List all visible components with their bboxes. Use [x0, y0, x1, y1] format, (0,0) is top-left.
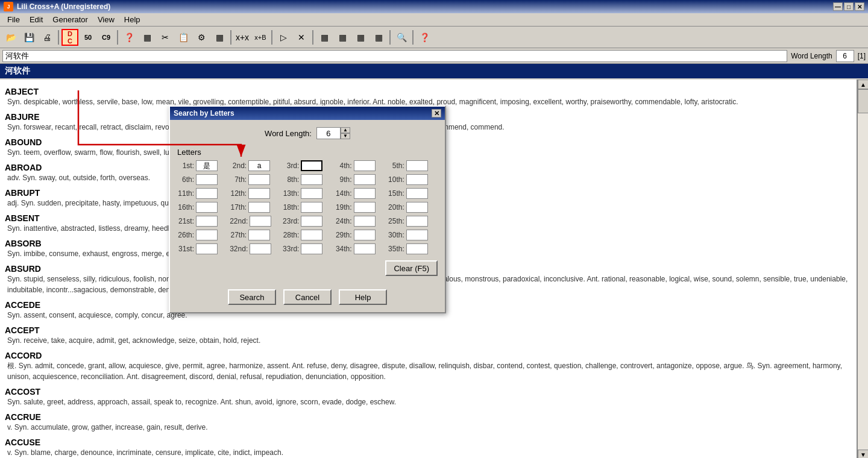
letter-position-label: 17th: [230, 203, 247, 212]
scroll-up-button[interactable]: ▲ [858, 80, 868, 89]
tool-g[interactable]: 📋 [175, 29, 192, 46]
menu-generator[interactable]: Generator [48, 14, 93, 25]
toolbar-sep-6 [389, 30, 391, 45]
letter-input-21[interactable] [196, 216, 218, 227]
letter-input-12[interactable] [248, 188, 270, 199]
tool-c[interactable]: C9 [98, 29, 115, 46]
letter-input-34[interactable] [354, 243, 376, 254]
tool-r[interactable]: 🔍 [393, 29, 410, 46]
letter-input-9[interactable] [354, 174, 376, 185]
dialog-word-length-input[interactable] [316, 127, 341, 139]
scrollbar[interactable]: ▲ ▼ [857, 80, 868, 458]
letter-input-1[interactable] [196, 160, 218, 171]
letter-input-3[interactable] [301, 160, 322, 171]
tool-e[interactable]: ▦ [139, 29, 156, 46]
scroll-thumb[interactable] [858, 89, 868, 113]
letter-input-18[interactable] [301, 202, 322, 213]
letter-input-35[interactable] [406, 243, 428, 254]
dialog-close-button[interactable]: ✕ [432, 109, 441, 118]
main-search-input[interactable] [2, 50, 787, 62]
menu-file[interactable]: File [2, 14, 25, 25]
letter-input-28[interactable] [301, 230, 322, 240]
letter-row: 21st: [177, 216, 227, 227]
tool-print[interactable]: 🖨 [39, 29, 55, 46]
letter-input-30[interactable] [406, 230, 428, 240]
entry-word: ACCORD [5, 351, 852, 360]
scroll-down-button[interactable]: ▼ [858, 450, 868, 458]
close-button[interactable]: ✕ [855, 2, 864, 11]
tool-f[interactable]: ✂ [157, 29, 174, 46]
letter-input-16[interactable] [196, 202, 218, 213]
search-by-letters-dialog: Search by Letters ✕ Word Length: ▲ ▼ Let… [169, 105, 446, 313]
tool-save[interactable]: 💾 [20, 29, 37, 46]
tool-b[interactable]: 50 [80, 29, 96, 46]
letter-position-label: 31st: [177, 245, 194, 253]
tool-q[interactable]: ▦ [370, 29, 387, 46]
title-bar: J Lili Cross+A (Unregistered) — □ ✕ [0, 0, 868, 13]
letter-input-19[interactable] [354, 202, 376, 213]
letter-row: 13th: [282, 188, 332, 199]
letter-input-2[interactable] [248, 160, 270, 171]
tool-p[interactable]: ▦ [352, 29, 369, 46]
tool-h[interactable]: ⚙ [193, 29, 210, 46]
spin-up-button[interactable]: ▲ [341, 127, 350, 133]
letter-row: 31st: [177, 243, 227, 254]
letter-input-17[interactable] [248, 202, 270, 213]
tool-n[interactable]: ▦ [316, 29, 333, 46]
tool-j[interactable]: x+x [234, 29, 251, 46]
letter-input-7[interactable] [248, 174, 270, 185]
letter-position-label: 30th: [388, 231, 404, 239]
letter-row: 29th: [335, 230, 385, 240]
letter-input-25[interactable] [406, 216, 428, 227]
letter-input-10[interactable] [406, 174, 428, 185]
letter-input-32[interactable] [250, 243, 271, 254]
letter-input-29[interactable] [354, 230, 376, 240]
tool-m[interactable]: ✕ [293, 29, 310, 46]
tool-l[interactable]: ▷ [275, 29, 292, 46]
clear-button[interactable]: Clear (F5) [385, 260, 438, 276]
letter-input-8[interactable] [301, 174, 322, 185]
menu-bar: File Edit Generator View Help [0, 13, 868, 27]
letter-input-4[interactable] [354, 160, 376, 171]
letter-input-33[interactable] [301, 243, 322, 254]
toolbar-sep-2 [117, 30, 118, 45]
letter-position-label: 18th: [282, 203, 299, 212]
letter-input-6[interactable] [196, 174, 218, 185]
menu-view[interactable]: View [93, 14, 119, 25]
letter-input-11[interactable] [196, 188, 218, 199]
cancel-button[interactable]: Cancel [283, 289, 332, 305]
letter-input-13[interactable] [301, 188, 322, 199]
word-length-main-input[interactable] [836, 50, 854, 62]
letter-input-31[interactable] [196, 243, 218, 254]
tool-i[interactable]: ▦ [211, 29, 228, 46]
letter-position-label: 2nd: [230, 162, 247, 170]
tool-k[interactable]: x+B [252, 29, 269, 46]
toolbar-sep-7 [412, 30, 414, 45]
letter-input-22[interactable] [250, 216, 271, 227]
letter-input-20[interactable] [406, 202, 428, 213]
entry-def: v. Syn. blame, charge, denounce, incrimi… [7, 447, 852, 458]
maximize-button[interactable]: □ [844, 2, 854, 11]
menu-help[interactable]: Help [119, 14, 145, 25]
tool-active[interactable]: DC [61, 29, 78, 46]
letter-input-24[interactable] [354, 216, 376, 227]
spinner-buttons: ▲ ▼ [341, 127, 350, 139]
letter-row: 25th: [388, 216, 438, 227]
letter-input-23[interactable] [301, 216, 322, 227]
spin-down-button[interactable]: ▼ [341, 133, 350, 139]
letter-row: 2nd: [230, 160, 280, 171]
tool-help[interactable]: ❓ [416, 29, 433, 46]
minimize-button[interactable]: — [833, 2, 843, 11]
letter-input-14[interactable] [354, 188, 376, 199]
tool-d[interactable]: ❓ [121, 29, 137, 46]
scroll-track[interactable] [858, 89, 868, 450]
letter-input-27[interactable] [248, 230, 270, 240]
letter-input-26[interactable] [196, 230, 218, 240]
letter-input-5[interactable] [406, 160, 428, 171]
menu-edit[interactable]: Edit [25, 14, 48, 25]
help-button[interactable]: Help [339, 289, 387, 305]
search-button[interactable]: Search [228, 289, 276, 305]
letter-input-15[interactable] [406, 188, 428, 199]
tool-open[interactable]: 📂 [2, 29, 19, 46]
tool-o[interactable]: ▦ [334, 29, 351, 46]
